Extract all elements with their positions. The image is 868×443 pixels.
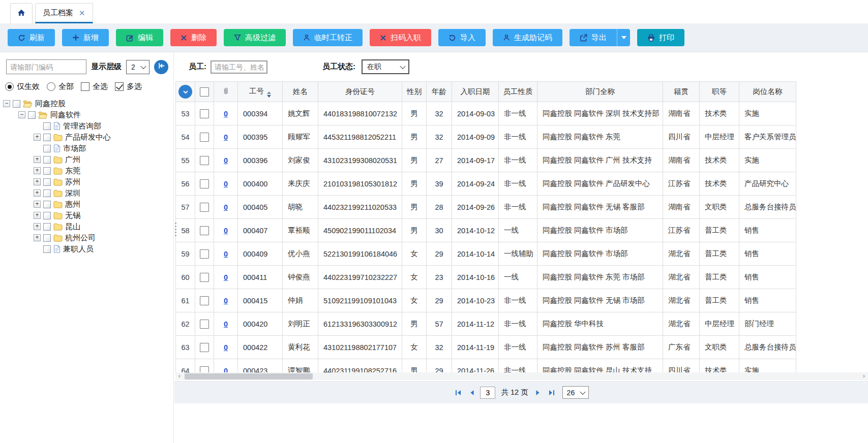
tree-collapse-expander[interactable]: − [3,100,10,107]
radio-all[interactable] [47,82,55,91]
tree-expand-expander[interactable]: + [34,189,41,197]
table-row[interactable]: 590000409优小燕522130199106184046女292014-10… [176,242,796,266]
tree-node[interactable]: 兼职人员 [0,243,173,255]
tree-node-label[interactable]: 东莞 [65,166,80,176]
attachment-count-link[interactable]: 0 [224,180,228,188]
tree-node-label[interactable]: 无锡 [65,211,80,220]
tree-node-label[interactable]: 同鑫软件 [50,110,81,120]
attachment-count-link[interactable]: 0 [224,320,228,328]
tree-checkbox[interactable] [43,201,51,208]
tree-node[interactable]: +苏州 [0,176,173,187]
attachment-count-link[interactable]: 0 [224,203,228,211]
tree-expand-expander[interactable]: + [34,167,41,174]
table-row[interactable]: 580000407覃裕顺450902199011102034男302014-10… [176,219,796,242]
attachment-count-link[interactable]: 0 [224,156,228,165]
tree-expand-expander[interactable]: + [34,201,41,208]
tree-checkbox[interactable] [43,189,51,197]
tree-node[interactable]: +深圳 [0,187,173,199]
select-all-rows-checkbox[interactable] [200,87,209,97]
generate-mnemonic-button[interactable]: 生成助记码 [493,29,562,46]
table-row[interactable]: 570000405胡晓440232199211020533男282014-09-… [176,196,796,219]
first-page-button[interactable] [454,388,463,397]
table-row[interactable]: 640000423谭智鹏440231199108252716男292014-11… [176,359,796,373]
import-button[interactable]: 导入 [438,29,486,46]
table-row[interactable]: 600000411钟俊燕440223199710232227女232014-10… [176,266,796,289]
tree-node-label[interactable]: 兼职人员 [63,244,94,254]
tree-node-label[interactable]: 苏州 [65,177,80,187]
tree-node[interactable]: +杭州公司 [0,232,173,243]
radio-active-only[interactable] [5,82,14,91]
print-button[interactable]: 打印 [637,29,684,46]
tree-checkbox[interactable] [43,145,51,152]
tree-node[interactable]: 管理咨询部 [0,120,173,132]
export-button[interactable]: 导出 [570,29,630,46]
tree-node-label[interactable]: 深圳 [65,188,80,198]
tree-collapse-expander[interactable]: − [18,111,25,118]
tree-checkbox[interactable] [43,134,51,141]
tree-expand-expander[interactable]: + [34,134,41,141]
page-number-input[interactable] [480,387,495,399]
table-row[interactable]: 560000400来庆庆210103198105301812男392014-09… [176,172,796,196]
employee-search-input[interactable] [211,60,267,74]
tree-node[interactable]: +无锡 [0,210,173,221]
attachment-count-link[interactable]: 0 [224,250,228,258]
tab-close-icon[interactable]: ✕ [79,9,85,17]
select-all-checkbox[interactable] [81,82,89,91]
tree-node-label[interactable]: 市场部 [63,144,86,153]
page-size-select[interactable]: 26 [562,386,589,399]
table-row[interactable]: 550000396刘家俊431023199308020531男272014-09… [176,149,796,172]
row-checkbox[interactable] [200,109,209,118]
sidebar-splitter-handle[interactable] [175,223,176,236]
table-row[interactable]: 610000415仲娟510921199109101043女292014-10-… [176,289,796,312]
tree-checkbox[interactable] [43,156,51,164]
tree-expand-expander[interactable]: + [34,212,41,219]
table-row[interactable]: 630000422黄利花431021198802177107女322014-11… [176,336,796,359]
tree-node[interactable]: −同鑫软件 [0,109,173,120]
row-checkbox[interactable] [200,226,209,235]
last-page-button[interactable] [547,388,556,397]
row-checkbox[interactable] [200,343,209,352]
display-level-select[interactable]: 2 [126,60,149,74]
tab-employee-files[interactable]: 员工档案 ✕ [35,3,93,23]
scan-onboard-button[interactable]: 扫码入职 [370,29,431,46]
tree-node[interactable]: +惠州 [0,199,173,210]
tree-node[interactable]: −同鑫控股 [0,98,173,109]
attachment-count-link[interactable]: 0 [224,227,228,235]
row-checkbox[interactable] [200,273,209,282]
attachment-count-link[interactable]: 0 [224,273,228,281]
table-row[interactable]: 620000420刘明正612133196303300912男572014-11… [176,312,796,336]
row-checkbox[interactable] [200,249,209,259]
tree-node[interactable]: +东莞 [0,165,173,176]
tree-node[interactable]: +产品研发中心 [0,132,173,143]
tree-node[interactable]: 市场部 [0,143,173,154]
tree-node-label[interactable]: 产品研发中心 [65,133,111,142]
collapse-sidebar-button[interactable] [154,60,168,74]
column-header-id[interactable]: 工号 [238,82,283,102]
horizontal-scrollbar[interactable]: ‹ › [175,372,868,380]
tree-expand-expander[interactable]: + [34,223,41,230]
tree-node-label[interactable]: 惠州 [65,200,80,209]
tree-checkbox[interactable] [43,122,51,130]
tree-expand-expander[interactable]: + [34,178,41,185]
tree-node-label[interactable]: 广州 [65,155,80,165]
scroll-left-arrow[interactable]: ‹ [175,372,184,380]
table-row[interactable]: 530000394姚文辉440183198810072132男322014-09… [176,102,796,125]
row-checkbox[interactable] [200,156,209,165]
tree-expand-expander[interactable]: + [34,234,41,241]
scroll-right-arrow[interactable]: › [860,372,868,380]
tree-checkbox[interactable] [13,100,20,108]
row-checkbox[interactable] [200,179,209,188]
tree-checkbox[interactable] [28,111,36,119]
attachment-count-link[interactable]: 0 [224,110,228,118]
row-checkbox[interactable] [200,296,209,305]
tree-node-label[interactable]: 管理咨询部 [63,121,101,131]
tree-checkbox[interactable] [43,223,51,231]
export-dropdown-toggle[interactable] [617,29,630,46]
tree-checkbox[interactable] [43,167,51,175]
table-row[interactable]: 540000395顾耀军445321198812052211男322014-09… [176,125,796,149]
row-checkbox[interactable] [200,203,209,212]
tree-node-label[interactable]: 同鑫控股 [35,99,66,109]
next-page-button[interactable] [534,388,543,397]
refresh-button[interactable]: 刷新 [8,29,55,46]
expand-all-button[interactable] [178,85,192,99]
